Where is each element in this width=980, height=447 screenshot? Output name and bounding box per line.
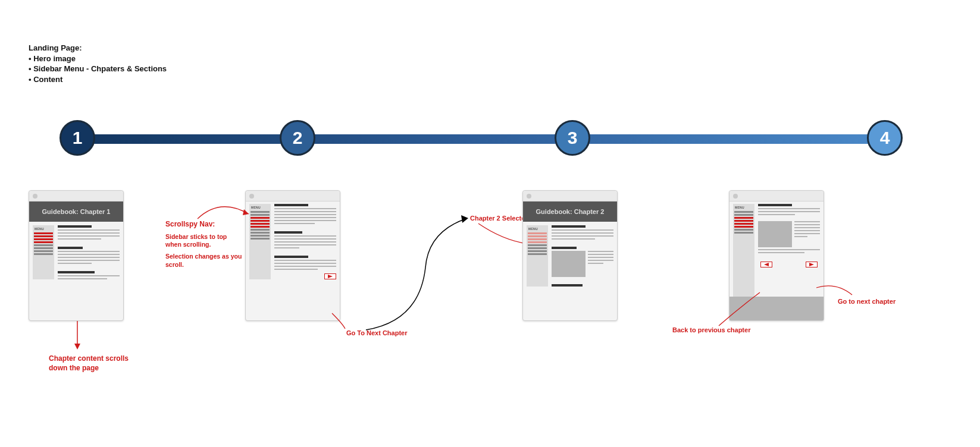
spacer [274, 226, 336, 229]
sidebar-line-selected [734, 223, 753, 225]
step-circle-3: 3 [555, 120, 590, 156]
annotation-title: Scrollspy Nav: [165, 220, 215, 228]
content-line [758, 208, 820, 209]
svg-marker-1 [74, 344, 80, 350]
content-heading [552, 247, 577, 249]
content-line [58, 229, 120, 231]
content-line [274, 235, 336, 237]
sidebar-line [734, 214, 753, 216]
sidebar-line [251, 211, 270, 213]
content-line [274, 223, 315, 224]
content-line [58, 263, 92, 264]
svg-marker-7 [809, 263, 814, 266]
content-line [274, 217, 336, 218]
menu-label: MENU [34, 226, 53, 231]
sidebar-line [734, 211, 753, 213]
notes-item: Content [29, 74, 167, 85]
content-col [588, 251, 613, 277]
content-line [588, 251, 613, 252]
content-line [794, 236, 807, 237]
mock-footer [729, 297, 824, 320]
step-number: 1 [73, 128, 83, 148]
next-chapter-button[interactable] [324, 273, 336, 279]
timeline-bar [79, 134, 890, 144]
annotation-back-prev: Back to previous chapter [672, 326, 750, 334]
sidebar-line-selected [734, 226, 753, 228]
step-circle-2: 2 [280, 120, 315, 156]
content-row [552, 251, 613, 277]
sidebar-line [251, 238, 270, 240]
mock-titlebar [729, 191, 824, 202]
mock-hero: Guidebook: Chapter 2 [523, 202, 617, 222]
mock-body: MENU [29, 222, 123, 283]
wireframe-mock-1: Guidebook: Chapter 1 MENU [29, 190, 124, 321]
content-line [58, 235, 120, 237]
sidebar-line [528, 253, 547, 255]
wireframe-mock-4: MENU [729, 190, 824, 321]
sidebar-line [34, 244, 53, 246]
chevron-left-icon [764, 263, 769, 266]
content-heading [58, 225, 92, 228]
annotation-text: Sidebar sticks to top when scrolling. [165, 233, 243, 249]
sidebar-line [251, 214, 270, 216]
sidebar-line [734, 229, 753, 231]
spacer [274, 250, 336, 254]
annotation-goto-next2: Go to next chapter [838, 297, 896, 306]
content-line [274, 220, 336, 221]
notes-block: Landing Page: Hero image Sidebar Menu - … [29, 43, 167, 84]
mock-content [58, 225, 120, 279]
mock-sidebar-sticky: MENU [249, 204, 271, 279]
menu-label: MENU [734, 205, 753, 210]
nav-row [274, 273, 336, 279]
annotation-goto-next: Go To Next Chapter [346, 329, 407, 337]
sidebar-line [251, 229, 270, 231]
wireframe-mock-2: MENU [245, 190, 340, 321]
mock-titlebar [246, 191, 340, 202]
content-line [274, 238, 336, 240]
sidebar-line-selected [251, 223, 270, 225]
content-line [274, 260, 336, 261]
mock-content [758, 204, 820, 297]
sidebar-line [34, 247, 53, 249]
sidebar-line-selected [251, 226, 270, 228]
sidebar-line-selected [528, 238, 547, 240]
mock-hero: Guidebook: Chapter 1 [29, 202, 123, 222]
content-line [274, 244, 336, 245]
content-image [552, 251, 586, 277]
mock-titlebar [29, 191, 123, 202]
spacer [758, 217, 820, 219]
content-line [794, 224, 820, 225]
content-heading [552, 284, 583, 287]
wireframe-mock-3: Guidebook: Chapter 2 MENU [522, 190, 618, 321]
spacer [58, 241, 120, 245]
sidebar-line [34, 253, 53, 255]
sidebar-line-selected [34, 241, 53, 243]
prev-chapter-button[interactable] [760, 262, 772, 267]
content-line [794, 233, 820, 234]
content-line [274, 208, 336, 209]
content-heading [758, 204, 792, 206]
step-number: 3 [568, 128, 578, 148]
mock-body: MENU [246, 202, 340, 283]
annotation-text: Selection changes as you scroll. [165, 253, 243, 269]
annotation-text: Go To Next Chapter [346, 329, 407, 336]
sidebar-line-selected [34, 235, 53, 237]
content-line [552, 229, 613, 231]
content-line [274, 269, 318, 270]
mock-titlebar [523, 191, 617, 202]
next-chapter-button[interactable] [806, 262, 818, 267]
content-line [758, 214, 795, 215]
svg-marker-2 [328, 275, 333, 278]
content-image [758, 221, 792, 247]
mock-body: MENU [523, 222, 617, 290]
content-line [794, 221, 820, 222]
content-line [758, 249, 820, 250]
notes-title: Landing Page: [29, 43, 167, 53]
mock-content [552, 225, 613, 287]
content-line [588, 257, 613, 258]
content-line [552, 238, 595, 240]
sidebar-line [528, 247, 547, 249]
content-line [274, 241, 336, 243]
hero-title: Guidebook: Chapter 2 [536, 208, 605, 215]
content-line [58, 238, 101, 240]
